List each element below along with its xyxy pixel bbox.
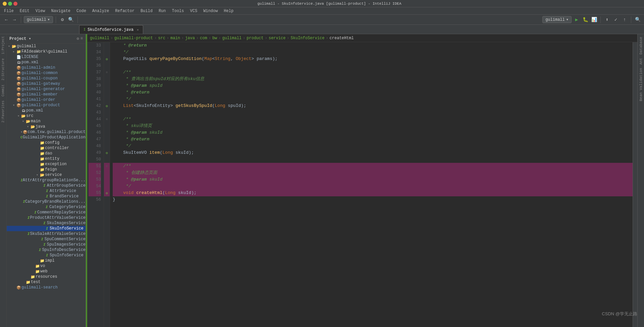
tree-item-controller[interactable]: 📁controller (7, 145, 86, 151)
left-tab-commit[interactable]: Commit (1, 84, 6, 97)
code-line-34[interactable]: */ (113, 49, 633, 56)
tree-item-AttrService[interactable]: IAttrService (7, 188, 86, 194)
tree-item-SkuImagesService[interactable]: ISkuImagesService (7, 220, 86, 226)
code-line-37[interactable]: /** (113, 69, 633, 76)
tree-item-gulimall[interactable]: ▾📂gulimall (7, 44, 86, 49)
menu-code[interactable]: Code (74, 8, 89, 14)
coverage-button[interactable]: 📊 (590, 16, 598, 23)
code-line-35[interactable]: PageUtils queryPageByCondition(Map<Strin… (113, 56, 633, 62)
vcs-commit-button[interactable]: ✓ (612, 16, 620, 23)
code-line-53[interactable]: * @param skuId (113, 176, 633, 183)
code-line-45[interactable]: * sku详情页 (113, 123, 633, 129)
code-lines[interactable]: * @return */ PageUtils queryPageByCondit… (110, 42, 633, 327)
breadcrumb-src[interactable]: src (158, 36, 165, 41)
menu-file[interactable]: File (1, 8, 16, 14)
code-line-48[interactable]: */ (113, 143, 633, 149)
tree-item-src[interactable]: ▾📂src (7, 113, 86, 119)
menu-refactor[interactable]: Refactor (112, 8, 137, 14)
side-tab-bean-validation[interactable]: Bean Validation (638, 67, 644, 103)
tree-item-main[interactable]: ▾📂main (7, 119, 86, 124)
code-line-56[interactable]: } (113, 196, 633, 203)
code-line-40[interactable]: * @return (113, 89, 633, 96)
menu-vcs[interactable]: VCS (187, 8, 200, 14)
tree-item-gulimall-search[interactable]: 📦gulimall-search (7, 285, 86, 290)
tree-item-CategoryBrandRelations---[interactable]: ICategoryBrandRelations... (7, 199, 86, 204)
tree-item-impl[interactable]: 📁impl (7, 258, 86, 263)
back-button[interactable]: ← (3, 16, 10, 23)
tree-item-gulimall-admin[interactable]: 📦gulimall-admin (7, 65, 86, 70)
tree-item-web[interactable]: 📁web (7, 269, 86, 274)
menu-window[interactable]: Window (201, 8, 220, 14)
settings-button[interactable]: ⚙ (59, 16, 66, 23)
code-line-47[interactable]: * @return (113, 136, 633, 143)
side-tab-ant[interactable]: Ant (638, 57, 644, 66)
tree-item-feign[interactable]: 📁feign (7, 167, 86, 172)
breadcrumb-gulimall2[interactable]: gulimall (222, 36, 242, 41)
tree-item-CommentReplayService[interactable]: ICommentReplayService (7, 210, 86, 215)
menu-view[interactable]: View (33, 8, 48, 14)
tree-item-AttrGroupService[interactable]: IAttrGroupService (7, 183, 86, 188)
tree-item-gulimall-coupon[interactable]: 📦gulimall-coupon (7, 76, 86, 81)
tree-item-com-txw-gulimall-product[interactable]: ▾📦com.txw.gulimall.product (7, 129, 86, 135)
menu-edit[interactable]: Edit (17, 8, 32, 14)
tree-item-resources[interactable]: 📁resources (7, 274, 86, 279)
menu-run[interactable]: Run (156, 8, 169, 14)
tree-item-service[interactable]: ▾📂service (7, 172, 86, 178)
breadcrumb-gulimall[interactable]: gulimall (90, 36, 109, 41)
code-line-44[interactable]: /** (113, 116, 633, 123)
tree-item-CategoryService[interactable]: ICategoryService (7, 204, 86, 210)
tree-item-test[interactable]: 📁test (7, 279, 86, 285)
code-container[interactable]: 3334353637383940414243444546474849505152… (87, 42, 637, 327)
breadcrumb-com[interactable]: com (200, 36, 207, 41)
maximize-button[interactable] (8, 2, 12, 6)
code-line-52[interactable]: * 创建静态页面 (113, 170, 633, 176)
search-everywhere-button[interactable]: 🔍 (634, 16, 641, 23)
breadcrumb-product2[interactable]: product (247, 36, 263, 41)
tree-item-FAIdeaWork-gulimall[interactable]: ▸📁FAIdeaWork\gulimall (7, 49, 86, 54)
tree-item-gulimall-product[interactable]: ▾📦gulimall-product (7, 103, 86, 108)
tree-item-pom-xml[interactable]: 🗂pom.xml (7, 60, 86, 65)
code-line-46[interactable]: * @param skuId (113, 129, 633, 136)
tree-item-entity[interactable]: 📁entity (7, 156, 86, 161)
minimize-button[interactable] (3, 2, 7, 6)
breadcrumb-product[interactable]: gulimall-product (114, 36, 153, 41)
tree-item-GulimallProductApplication[interactable]: CGulimallProductApplication (7, 135, 86, 140)
tab-SkuInfoService[interactable]: I SkuInfoService.java ✕ (79, 25, 143, 34)
tree-item-SpuInfoDescService[interactable]: ISpuInfoDescService (7, 247, 86, 253)
code-line-41[interactable]: */ (113, 96, 633, 103)
close-button[interactable] (13, 2, 17, 6)
breadcrumb-createhtml[interactable]: createHtml (330, 36, 354, 41)
tree-item-SpuImagesService[interactable]: ISpuImagesService (7, 242, 86, 247)
run-button[interactable]: ▶ (573, 16, 580, 23)
forward-button[interactable]: → (11, 16, 18, 23)
sidebar-settings-icon[interactable]: ⚙ (77, 36, 79, 41)
code-line-50[interactable] (113, 156, 633, 163)
tree-item-config[interactable]: 📁config (7, 140, 86, 145)
vcs-update-button[interactable]: ⬆ (603, 16, 611, 23)
code-line-38[interactable]: * 查询出当前spuId对应的所有sku信息 (113, 76, 633, 82)
tree-item-pom-xml[interactable]: 🗂pom.xml (7, 108, 86, 113)
menu-build[interactable]: Build (138, 8, 155, 14)
code-line-51[interactable]: /** (113, 163, 633, 170)
tree-item-SpuInfoService[interactable]: ISpuInfoService (7, 253, 86, 258)
tree-item-gulimall-generator[interactable]: 📦gulimall-generator (7, 86, 86, 92)
tree-item-gulimall-order[interactable]: 📦gulimall-order (7, 97, 86, 103)
code-line-49[interactable]: SkuItemVO item(Long skuId); (113, 149, 633, 156)
right-scrollbar[interactable] (633, 42, 637, 327)
code-line-54[interactable]: */ (113, 183, 633, 190)
tab-close-button[interactable]: ✕ (137, 28, 139, 32)
tree-item-java[interactable]: ▾📂java (7, 124, 86, 129)
title-bar-controls[interactable] (3, 2, 17, 6)
code-line-55[interactable]: void createHtml(Long skuId); (113, 190, 633, 196)
run-config-dropdown[interactable]: gulimall ▾ (542, 16, 572, 23)
left-tab-favorites[interactable]: 2:Favorites (1, 100, 6, 123)
tree-item-gulimall-member[interactable]: 📦gulimall-member (7, 92, 86, 97)
tree-item-gulimall-common[interactable]: 📦gulimall-common (7, 70, 86, 76)
left-tab-project[interactable]: 1:Project (1, 36, 6, 55)
tree-item-BrandService[interactable]: IBrandService (7, 194, 86, 199)
debug-button[interactable]: 🐛 (582, 16, 589, 23)
code-line-43[interactable] (113, 109, 633, 116)
sidebar-expand-icon[interactable]: ≡ (80, 36, 83, 41)
menu-analyze[interactable]: Analyze (90, 8, 112, 14)
breadcrumb-bw[interactable]: bw (212, 36, 217, 41)
